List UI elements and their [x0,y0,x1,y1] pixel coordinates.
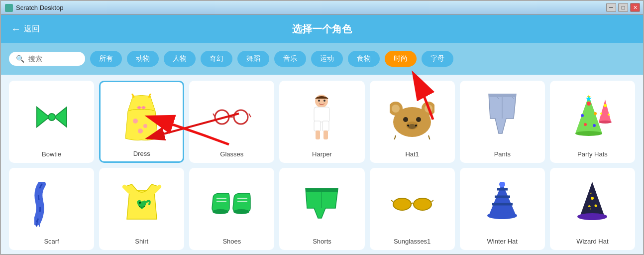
svg-point-21 [392,105,400,113]
sprite-card-pants[interactable]: Pants [460,81,545,163]
sprite-label-sunglasses1: Sunglasses1 [394,238,430,245]
filter-letters[interactable]: 字母 [422,51,453,67]
svg-point-70 [487,212,517,219]
search-input[interactable] [28,55,78,63]
sprite-card-sunglasses1[interactable]: Sunglasses1 [370,168,455,250]
svg-point-49 [599,121,612,124]
sprite-card-hat1[interactable]: Hat1 [370,81,455,163]
svg-rect-35 [489,94,516,97]
svg-point-63 [414,198,431,210]
title-bar-text: Scratch Desktop [16,4,63,11]
sprite-card-shirt[interactable]: Shirt [99,168,184,250]
svg-point-27 [408,124,416,129]
maximize-button[interactable]: □ [618,3,628,12]
filter-fantasy[interactable]: 奇幻 [201,51,232,67]
svg-point-44 [575,131,602,136]
sprite-image-wizard-hat [553,173,632,236]
svg-point-46 [604,104,607,107]
sprite-label-harper: Harper [312,150,332,158]
svg-rect-13 [314,121,321,131]
filter-people[interactable]: 人物 [164,51,196,67]
svg-point-3 [133,119,138,124]
svg-line-64 [391,200,393,202]
svg-marker-0 [37,107,49,127]
sprite-card-dress[interactable]: Dress [99,81,184,163]
sprite-card-shorts[interactable]: Shorts [279,168,364,250]
sprite-label-dress: Dress [133,150,150,157]
back-arrow-icon: ← [11,23,21,35]
svg-rect-14 [322,121,329,131]
filter-bar: 🔍 所有 动物 人物 奇幻 舞蹈 音乐 运动 食物 时尚 字母 [1,43,643,75]
svg-point-57 [233,209,249,214]
svg-point-74 [594,204,597,207]
sprite-image-shoes [192,173,271,236]
svg-point-4 [143,124,147,128]
minimize-button[interactable]: ─ [606,3,616,12]
sprite-card-party-hats[interactable]: Party Hats [550,81,635,163]
sprite-label-scarf: Scarf [44,238,59,245]
svg-line-10 [249,114,251,117]
svg-line-65 [431,200,433,202]
filter-animals[interactable]: 动物 [127,51,159,67]
svg-line-30 [394,135,396,139]
sprite-label-glasses: Glasses [220,150,243,158]
svg-point-47 [600,113,602,115]
sprite-label-hat1: Hat1 [405,150,419,158]
sprite-card-glasses[interactable]: Glasses [189,81,274,163]
filter-music[interactable]: 音乐 [274,51,306,67]
sprite-image-party-hats [553,86,632,148]
svg-point-39 [594,112,597,115]
sprite-label-pants: Pants [494,150,511,158]
svg-point-38 [581,114,584,117]
svg-point-2 [48,114,55,121]
sprite-card-bowtie[interactable]: Bowtie [9,81,94,163]
search-icon: 🔍 [16,55,24,63]
sprite-image-sunglasses1 [373,173,452,236]
back-button[interactable]: ← 返回 [11,23,40,35]
svg-rect-16 [323,130,328,139]
svg-point-24 [403,117,408,122]
sprite-image-scarf [12,173,91,236]
sprite-image-winter-hat [463,173,542,236]
filter-food[interactable]: 食物 [348,51,380,67]
sprite-label-shirt: Shirt [135,238,148,245]
sprite-image-bowtie [12,86,91,148]
svg-point-48 [608,114,610,116]
svg-point-76 [577,213,607,220]
svg-point-18 [323,100,325,102]
app-icon [5,4,13,12]
svg-point-40 [584,123,587,126]
svg-marker-1 [54,107,67,127]
filter-sports[interactable]: 运动 [311,51,343,67]
title-bar: Scratch Desktop ─ □ ✕ [1,1,643,15]
filter-all[interactable]: 所有 [90,51,122,67]
svg-line-31 [429,135,430,139]
svg-point-73 [591,197,594,200]
svg-point-41 [593,124,596,127]
sprite-card-shoes[interactable]: Shoes [189,168,274,250]
svg-point-71 [499,182,505,187]
sprite-image-hat1 [373,86,452,148]
svg-point-5 [138,128,143,133]
filter-fashion[interactable]: 时尚 [385,51,417,67]
filter-dance[interactable]: 舞蹈 [237,51,269,67]
svg-point-37 [587,102,591,106]
page-title: 选择一个角色 [292,22,352,36]
close-button[interactable]: ✕ [630,3,640,12]
sprite-card-scarf[interactable]: Scarf [9,168,94,250]
window-controls[interactable]: ─ □ ✕ [606,3,640,12]
sprite-card-winter-hat[interactable]: Winter Hat [460,168,545,250]
svg-point-54 [213,209,228,214]
search-box[interactable]: 🔍 [9,52,85,66]
sprite-grid: Bowtie Dress [1,75,643,255]
svg-point-29 [415,125,417,127]
sprite-card-wizard-hat[interactable]: Wizard Hat [550,168,635,250]
svg-marker-36 [575,96,602,133]
sprite-image-shorts [282,173,361,236]
sprite-label-wizard-hat: Wizard Hat [576,238,608,245]
sprite-card-harper[interactable]: Harper [279,81,364,163]
back-label: 返回 [24,24,40,34]
sprite-image-dress [103,86,181,148]
svg-point-53 [139,202,141,204]
svg-point-25 [416,117,421,122]
